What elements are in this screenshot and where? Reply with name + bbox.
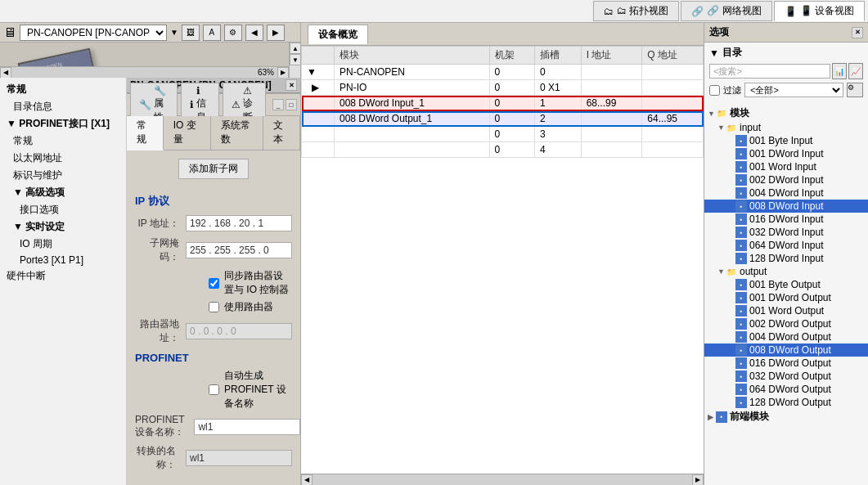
tree-item[interactable]: ▪128 DWord Input	[704, 252, 868, 265]
th-slot: 插槽	[535, 47, 582, 65]
tree-item-label: 008 DWord Input	[749, 200, 824, 212]
subnet-row: 子网掩码：	[135, 236, 292, 264]
nav-ethernet[interactable]: 以太网地址	[0, 150, 126, 167]
nav-identify[interactable]: 标识与维护	[0, 167, 126, 184]
table-bottom-scrollbar[interactable]: ◀ ▶	[301, 474, 704, 485]
table-row[interactable]: 008 DWord Input_10168...99	[302, 96, 704, 111]
table-row[interactable]: ▼PN-CANOPEN00	[302, 65, 704, 80]
ip-input[interactable]	[186, 215, 292, 231]
close-btn[interactable]: ✕	[286, 79, 297, 91]
tree-item[interactable]: ▪128 DWord Output	[704, 396, 868, 409]
table-scroll-right[interactable]: ▶	[692, 474, 704, 486]
extra-btn2[interactable]: ▶	[267, 25, 285, 41]
tree-item-label: input	[740, 122, 761, 133]
tree-item[interactable]: ▪004 DWord Input	[704, 186, 868, 200]
tree-item[interactable]: ▼📁模块	[704, 106, 868, 121]
router-checkbox[interactable]	[209, 302, 219, 312]
tab-topology[interactable]: 🗂 🗂 拓扑视图	[593, 1, 679, 21]
nav-hw-interrupt[interactable]: 硬件中断	[0, 267, 126, 285]
dropdown-arrow: ▼	[170, 28, 178, 37]
tree-item[interactable]: ▪001 Byte Output	[704, 278, 868, 291]
nav-port[interactable]: Porte3 [X1 P1]	[0, 253, 126, 267]
panel-min-btn[interactable]: _	[272, 99, 284, 110]
module-icon: ▪	[735, 227, 747, 238]
nav-interface[interactable]: 接口选项	[0, 201, 126, 218]
name-btn[interactable]: A	[203, 25, 221, 41]
nav-advanced[interactable]: ▼ 高级选项	[0, 184, 126, 201]
tree-item[interactable]: ▪032 DWord Output	[704, 370, 868, 383]
search-btn1[interactable]: 📊	[832, 63, 847, 79]
canvas-scrollbar[interactable]: ▲ ▼	[289, 43, 300, 78]
right-title: 选项	[709, 25, 729, 39]
table-row[interactable]: 03	[302, 127, 704, 142]
tab-general[interactable]: 常规	[127, 116, 164, 150]
tree-item[interactable]: ▪001 DWord Input	[704, 147, 868, 160]
search-btn2[interactable]: 📈	[848, 63, 863, 79]
tree-item[interactable]: ▪001 Word Output	[704, 304, 868, 317]
nav-general2[interactable]: 常规	[0, 132, 126, 150]
right-close-btn[interactable]: ✕	[852, 27, 863, 38]
nav-io-cycle[interactable]: IO 周期	[0, 236, 126, 253]
filter-checkbox[interactable]	[709, 85, 720, 96]
tree-item[interactable]: ▼📁output	[704, 265, 868, 278]
search-input[interactable]	[709, 64, 830, 79]
tab-text[interactable]: 文本	[263, 116, 300, 150]
tree-item[interactable]: ▪004 DWord Output	[704, 330, 868, 344]
convert-name-label: 转换的名称：	[135, 444, 176, 472]
tree-item[interactable]: ▪016 DWord Output	[704, 357, 868, 370]
tree-item[interactable]: ▪016 DWord Input	[704, 213, 868, 226]
sync-checkbox[interactable]	[209, 278, 219, 289]
tree-item[interactable]: ▪001 Word Input	[704, 160, 868, 173]
tree-item[interactable]: ▪002 DWord Input	[704, 173, 868, 186]
convert-name-input[interactable]	[186, 450, 292, 466]
tree-item[interactable]: ▪032 DWord Input	[704, 226, 868, 239]
filter-select[interactable]: <全部>	[744, 83, 843, 97]
device-icon: 📱	[785, 6, 797, 17]
module-icon: ▪	[735, 240, 747, 251]
filter-settings-btn[interactable]: ⚙	[847, 83, 863, 97]
tree-item[interactable]: ▪001 DWord Output	[704, 291, 868, 304]
tree-item[interactable]: ▪001 Byte Input	[704, 134, 868, 147]
router-addr-input[interactable]	[186, 323, 292, 339]
tab-io-var[interactable]: IO 变量	[164, 116, 211, 150]
scroll-down-btn[interactable]: ▼	[290, 54, 300, 65]
bottom-scrollbar[interactable]: ◀ 63% ▶	[0, 66, 289, 78]
tab-network[interactable]: 🔗 🔗 网络视图	[681, 1, 771, 21]
scroll-up-btn[interactable]: ▲	[290, 43, 300, 54]
panel-max-btn[interactable]: □	[286, 99, 297, 110]
subnet-input[interactable]	[186, 242, 292, 258]
tree-item[interactable]: ▪008 DWord Input	[704, 200, 868, 213]
device-dropdown[interactable]: PN-CANOPEN [PN-CANOPEN]	[20, 25, 167, 41]
tab-device[interactable]: 📱 📱 设备视图	[774, 1, 865, 21]
profinet-name-input[interactable]	[194, 419, 300, 435]
tree-item[interactable]: ▪002 DWord Output	[704, 317, 868, 330]
tree-item[interactable]: ▶▪前端模块	[704, 409, 868, 424]
table-row[interactable]: 04	[302, 142, 704, 158]
nav-profinet[interactable]: ▼ PROFINET接口 [X1]	[0, 115, 126, 132]
tab-sys-const[interactable]: 系统常数	[211, 116, 264, 150]
add-subnet-btn[interactable]: 添加新子网	[178, 159, 249, 179]
tree-item-label: 002 DWord Output	[749, 318, 831, 330]
row-expand	[302, 96, 335, 111]
tree-item[interactable]: ▪008 DWord Output	[704, 344, 868, 357]
scroll-left-btn[interactable]: ◀	[0, 67, 11, 79]
nav-directory[interactable]: 目录信息	[0, 98, 126, 115]
nav-general[interactable]: 常规	[0, 81, 126, 98]
scroll-right-btn[interactable]: ▶	[277, 67, 289, 79]
folder-icon: 📁	[716, 108, 727, 119]
module-icon: ▪	[735, 174, 747, 186]
settings-btn[interactable]: ⚙	[224, 25, 242, 41]
extra-btn1[interactable]: ◀	[245, 25, 263, 41]
tree-item[interactable]: ▪064 DWord Output	[704, 383, 868, 396]
img-btn[interactable]: 🖼	[182, 25, 200, 41]
bottom-content-area: PN-CANOPEN [PN-CANOPEN] ✕ 🔧 🔧 属性 ℹ ℹ 信息	[127, 78, 300, 485]
tree-item[interactable]: ▼📁input	[704, 121, 868, 134]
table-row[interactable]: ▶PN-IO00 X1	[302, 80, 704, 96]
nav-realtime[interactable]: ▼ 实时设定	[0, 218, 126, 236]
auto-name-checkbox[interactable]	[209, 384, 219, 395]
row-slot: 4	[535, 142, 582, 158]
table-scroll-left[interactable]: ◀	[301, 474, 313, 486]
device-overview-tab[interactable]: 设备概览	[308, 25, 368, 44]
table-row[interactable]: 008 DWord Output_10264...95	[302, 111, 704, 127]
tree-item[interactable]: ▪064 DWord Input	[704, 239, 868, 252]
